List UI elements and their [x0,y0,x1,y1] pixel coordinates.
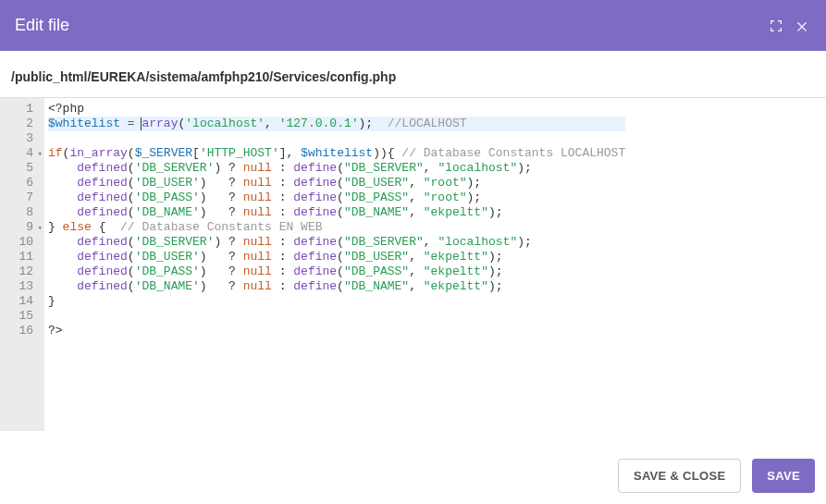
code-line[interactable]: defined('DB_NAME') ? null : define("DB_N… [48,205,625,220]
save-button[interactable]: SAVE [752,459,815,493]
code-line[interactable]: $whitelist = array('localhost', '127.0.0… [48,117,625,131]
file-path: /public_html/EUREKA/sistema/amfphp210/Se… [0,51,826,97]
fold-icon[interactable]: ▾ [38,147,43,162]
line-number: 14 [0,294,39,309]
line-number: 11 [0,250,39,264]
line-number: 2 [0,117,39,131]
save-close-button[interactable]: SAVE & CLOSE [618,459,741,493]
code-line[interactable]: defined('DB_SERVER') ? null : define("DB… [48,161,625,176]
code-line[interactable]: defined('DB_PASS') ? null : define("DB_P… [48,191,625,205]
line-number: 5 [0,161,39,176]
line-number: 7 [0,191,39,205]
modal-title: Edit file [15,16,767,35]
code-line[interactable]: if(in_array($_SERVER['HTTP_HOST'], $whit… [48,146,625,161]
footer-actions: SAVE & CLOSE SAVE [618,459,815,493]
line-number: 12 [0,264,39,279]
line-number: 15 [0,309,39,324]
code-line[interactable]: defined('DB_USER') ? null : define("DB_U… [48,250,625,264]
code-line[interactable]: ?> [48,324,625,338]
line-number: 13 [0,279,39,294]
code-line[interactable]: defined('DB_PASS') ? null : define("DB_P… [48,264,625,279]
line-number: 10 [0,235,39,250]
line-gutter: 1234▾56789▾10111213141516 [0,98,44,431]
line-number: 1 [0,102,39,117]
code-line[interactable]: defined('DB_USER') ? null : define("DB_U… [48,176,625,191]
header-actions [767,17,811,35]
code-line[interactable]: } else { // Database Constants EN WEB [48,220,625,235]
modal-header: Edit file [0,0,826,51]
expand-icon[interactable] [767,17,785,35]
line-number: 9▾ [0,220,39,235]
line-number: 16 [0,324,39,338]
code-area[interactable]: <?php$whitelist = array('localhost', '12… [44,98,625,342]
close-icon[interactable] [793,17,811,35]
code-line[interactable] [48,309,625,324]
line-number: 8 [0,205,39,220]
line-number: 3 [0,131,39,146]
code-line[interactable] [48,131,625,146]
code-editor[interactable]: 1234▾56789▾10111213141516 <?php$whitelis… [0,97,826,431]
fold-icon[interactable]: ▾ [38,221,43,236]
code-line[interactable]: defined('DB_SERVER') ? null : define("DB… [48,235,625,250]
code-line[interactable]: defined('DB_NAME') ? null : define("DB_N… [48,279,625,294]
line-number: 6 [0,176,39,191]
code-line[interactable]: } [48,294,625,309]
code-line[interactable]: <?php [48,102,625,117]
line-number: 4▾ [0,146,39,161]
